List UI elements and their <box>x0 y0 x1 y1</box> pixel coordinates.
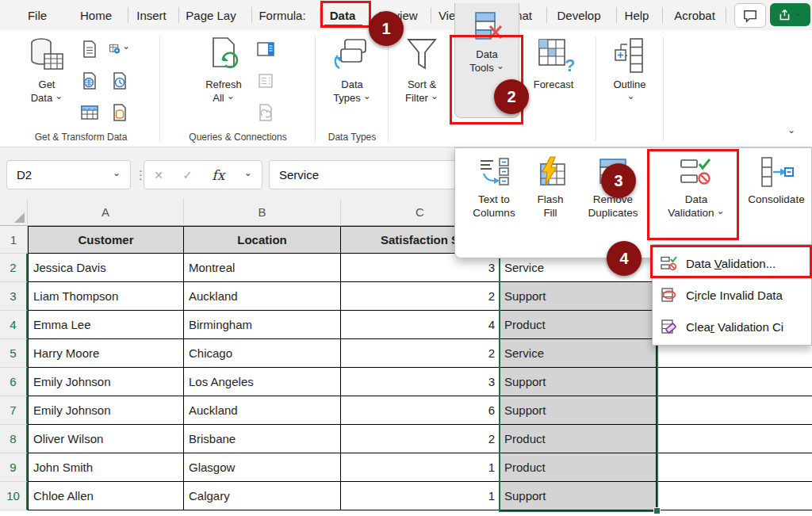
menu-item-circle-invalid-data[interactable]: Circle Invalid Data <box>653 279 811 311</box>
menubar-tab-develop[interactable]: Develop <box>548 0 610 30</box>
chevron-down-icon[interactable] <box>244 168 252 182</box>
from-text-button[interactable] <box>79 40 100 59</box>
comments-button[interactable] <box>734 3 766 28</box>
cell-E10[interactable] <box>657 482 812 510</box>
cell-D7[interactable]: Support <box>500 396 657 425</box>
cell-A8[interactable]: Oliver Wilson <box>28 425 184 453</box>
cell-B10[interactable]: Calgary <box>184 482 341 510</box>
queries-connections-button[interactable] <box>255 40 276 59</box>
name-box[interactable]: D2 <box>6 160 131 189</box>
menubar-tab-help[interactable]: Help <box>618 0 656 30</box>
from-web-button[interactable] <box>79 71 100 90</box>
cell-D3[interactable]: Support <box>500 282 657 311</box>
data-types-button[interactable]: Data Types <box>322 36 382 105</box>
cell-B6[interactable]: Los Angeles <box>184 368 341 396</box>
data-validation-button[interactable]: Data Validation <box>653 151 740 254</box>
cell-A9[interactable]: John Smith <box>28 453 184 482</box>
data-validation-submenu: Data Validation... Circle Invalid Data C… <box>652 244 812 346</box>
row-header-10[interactable]: 10 <box>0 482 28 510</box>
cell-C6[interactable]: 3 <box>341 368 500 396</box>
cell-D6[interactable]: Support <box>500 368 657 396</box>
cell-D10[interactable]: Support <box>500 482 657 510</box>
menubar-tab-formula[interactable]: Formula: <box>253 0 312 30</box>
cell-E9[interactable] <box>657 453 812 482</box>
share-button[interactable] <box>770 3 810 26</box>
cell-A7[interactable]: Emily Johnson <box>28 396 184 425</box>
table-header-cell[interactable]: Location <box>184 226 341 254</box>
forecast-button[interactable]: ? Forecast <box>514 36 593 91</box>
cell-B3[interactable]: Auckland <box>184 282 341 311</box>
cell-C3[interactable]: 2 <box>341 282 500 311</box>
row-header-1[interactable]: 1 <box>0 226 28 254</box>
menubar-tab-insert[interactable]: Insert <box>129 0 174 30</box>
cell-C10[interactable]: 1 <box>341 482 500 510</box>
menu-item-clear-validation-circles[interactable]: Clear Validation Ci <box>653 311 811 342</box>
edit-links-button[interactable] <box>255 103 276 122</box>
select-all-corner[interactable] <box>0 198 28 226</box>
menubar-tab-review[interactable]: Review <box>373 0 423 30</box>
row-header-3[interactable]: 3 <box>0 282 28 311</box>
row-header-2[interactable]: 2 <box>0 254 28 282</box>
cell-B8[interactable]: Brisbane <box>184 425 341 453</box>
cell-C8[interactable]: 2 <box>341 425 500 453</box>
cell-A6[interactable]: Emily Johnson <box>28 368 184 396</box>
menubar-tab-acrobat[interactable]: Acrobat <box>665 0 724 30</box>
cell-D5[interactable]: Service <box>500 339 657 368</box>
insert-function-icon[interactable]: fx <box>212 167 224 183</box>
cell-C5[interactable]: 2 <box>341 339 500 368</box>
flash-fill-button[interactable]: Flash Fill <box>527 151 574 254</box>
column-header-B[interactable]: B <box>184 198 341 226</box>
cell-C7[interactable]: 6 <box>341 396 500 425</box>
menubar-tab-home[interactable]: Home <box>75 0 117 30</box>
menubar-tab-pagelay[interactable]: Page Lay <box>180 0 242 30</box>
collapse-ribbon-icon[interactable] <box>787 125 795 139</box>
row-header-7[interactable]: 7 <box>0 396 28 425</box>
properties-button[interactable] <box>255 71 276 90</box>
menu-item-data-validation[interactable]: Data Validation... <box>653 247 811 279</box>
row-header-4[interactable]: 4 <box>0 311 28 339</box>
cell-D8[interactable]: Product <box>500 425 657 453</box>
refresh-all-button[interactable]: Refresh All <box>190 36 257 105</box>
table-header-cell[interactable]: Customer <box>28 226 184 254</box>
cell-A4[interactable]: Emma Lee <box>28 311 184 339</box>
cell-E6[interactable] <box>657 368 812 396</box>
row-header-5[interactable]: 5 <box>0 339 28 368</box>
recent-sources-button[interactable] <box>109 71 130 90</box>
text-to-columns-button[interactable]: Text to Columns <box>463 151 525 254</box>
consolidate-button[interactable]: Consolidate <box>741 151 811 254</box>
cell-B5[interactable]: Chicago <box>184 339 341 368</box>
cell-A3[interactable]: Liam Thompson <box>28 282 184 311</box>
sort-filter-button[interactable]: Sort & Filter <box>392 36 452 105</box>
menubar-tab-file[interactable]: File <box>20 0 55 30</box>
outline-button[interactable]: Outline <box>599 36 660 105</box>
row-header-6[interactable]: 6 <box>0 368 28 396</box>
row-header-9[interactable]: 9 <box>0 453 28 482</box>
cell-B2[interactable]: Montreal <box>184 254 341 282</box>
cancel-icon[interactable] <box>154 168 163 182</box>
data-tools-button[interactable]: Data Tools <box>454 3 519 118</box>
cell-E8[interactable] <box>657 425 812 453</box>
cell-B4[interactable]: Birmingham <box>184 311 341 339</box>
cell-C9[interactable]: 1 <box>341 453 500 482</box>
cell-D9[interactable]: Product <box>500 453 657 482</box>
row-header-8[interactable]: 8 <box>0 425 28 453</box>
column-header-A[interactable]: A <box>28 198 184 226</box>
cell-D4[interactable]: Product <box>500 311 657 339</box>
cell-A2[interactable]: Jessica Davis <box>28 254 184 282</box>
cell-A10[interactable]: Chloe Allen <box>28 482 184 510</box>
fill-handle[interactable] <box>653 507 661 514</box>
get-data-button[interactable]: Get Data <box>16 36 78 105</box>
enter-icon[interactable] <box>182 168 193 182</box>
data-tools-icon <box>469 11 504 46</box>
cell-E7[interactable] <box>657 396 812 425</box>
cell-C4[interactable]: 4 <box>341 311 500 339</box>
cell-A5[interactable]: Harry Moore <box>28 339 184 368</box>
data-types-icon <box>334 36 370 75</box>
from-picture-button[interactable] <box>109 40 130 59</box>
remove-duplicates-button[interactable]: Remove Duplicates <box>576 151 650 254</box>
cell-B9[interactable]: Glasgow <box>184 453 341 482</box>
ribbon: Get Data Get & Transform Data <box>0 30 812 147</box>
cell-B7[interactable]: Auckland <box>184 396 341 425</box>
from-table-button[interactable] <box>79 103 100 122</box>
existing-connections-button[interactable] <box>109 103 130 122</box>
